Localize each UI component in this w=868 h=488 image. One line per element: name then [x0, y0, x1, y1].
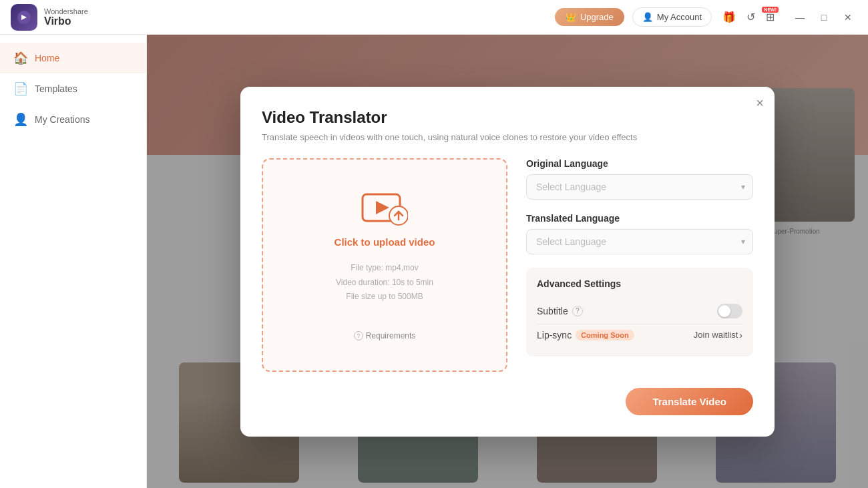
- video-duration-info: Video duration: 10s to 5min: [336, 276, 433, 290]
- brand-name: Wondershare: [44, 7, 88, 15]
- settings-panel: Original Language Select Language ▾: [526, 158, 753, 372]
- translated-language-select[interactable]: Select Language: [526, 229, 753, 254]
- upload-area[interactable]: Click to upload video File type: mp4,mov…: [262, 158, 507, 372]
- close-button[interactable]: ✕: [839, 8, 857, 27]
- sidebar-item-label: Templates: [35, 83, 77, 94]
- join-waitlist-chevron: ›: [739, 330, 742, 340]
- lip-sync-label: Lip-sync Coming Soon: [537, 330, 634, 340]
- upgrade-crown-icon: 👑: [566, 12, 576, 22]
- modal-header: Video Translator Translate speech in vid…: [262, 108, 753, 142]
- modal-subtitle: Translate speech in videos with one touc…: [262, 132, 753, 142]
- templates-icon: 📄: [13, 81, 28, 96]
- modal-footer: Translate Video: [262, 388, 753, 415]
- my-creations-icon: 👤: [13, 112, 28, 127]
- main-content: 🏠 Home 📄 Templates 👤 My Creations: [0, 35, 868, 488]
- subtitle-toggle[interactable]: [717, 304, 742, 318]
- upload-click-label: Click to upload video: [335, 236, 435, 248]
- gift-icon: 🎁: [722, 11, 736, 23]
- grid-icon-button[interactable]: ⊞ NEW!: [763, 8, 777, 26]
- question-circle-icon: ?: [354, 331, 363, 340]
- svg-marker-2: [376, 201, 389, 214]
- file-type-info: File type: mp4,mov: [336, 261, 433, 276]
- logo-icon: [11, 4, 37, 31]
- translated-language-group: Translated Language Select Language ▾: [526, 213, 753, 254]
- original-language-select[interactable]: Select Language: [526, 174, 753, 200]
- subtitle-info-icon[interactable]: ?: [572, 306, 583, 316]
- content-area: Transparent Background 📷 🖼 🧑 Super-Promo…: [147, 35, 868, 488]
- coming-soon-badge: Coming Soon: [576, 330, 634, 340]
- logo-text: Wondershare Virbo: [44, 7, 88, 27]
- title-bar-icons: 🎁 ↺ ⊞ NEW!: [720, 8, 777, 26]
- sidebar-item-label: My Creations: [35, 114, 89, 125]
- translated-language-select-wrapper: Select Language ▾: [526, 229, 753, 254]
- sidebar: 🏠 Home 📄 Templates 👤 My Creations: [0, 35, 147, 488]
- modal-body: Click to upload video File type: mp4,mov…: [262, 158, 753, 372]
- modal-overlay: × Video Translator Translate speech in v…: [147, 35, 868, 488]
- refresh-icon-button[interactable]: ↺: [744, 8, 758, 26]
- title-bar-actions: 👑 Upgrade 👤 My Account 🎁 ↺ ⊞ NEW!: [555, 7, 857, 27]
- account-icon: 👤: [642, 12, 653, 22]
- sidebar-item-my-creations[interactable]: 👤 My Creations: [0, 104, 146, 135]
- modal-title: Video Translator: [262, 108, 753, 127]
- advanced-settings-panel: Advanced Settings Subtitle ?: [526, 268, 753, 356]
- minimize-button[interactable]: —: [791, 8, 809, 27]
- lip-sync-setting-row: Lip-sync Coming Soon Join waitlist ›: [537, 324, 742, 346]
- sidebar-item-label: Home: [35, 53, 59, 63]
- app-window: Wondershare Virbo 👑 Upgrade 👤 My Account…: [0, 0, 868, 488]
- app-logo: Wondershare Virbo: [11, 4, 88, 31]
- file-size-info: File size up to 500MB: [336, 290, 433, 304]
- grid-icon: ⊞: [766, 11, 775, 23]
- advanced-settings-title: Advanced Settings: [537, 278, 742, 289]
- join-waitlist-link[interactable]: Join waitlist ›: [694, 330, 742, 340]
- translate-video-button[interactable]: Translate Video: [626, 388, 753, 415]
- upload-info: File type: mp4,mov Video duration: 10s t…: [336, 261, 433, 304]
- new-badge: NEW!: [762, 7, 779, 13]
- toggle-knob: [718, 305, 730, 317]
- subtitle-setting-row: Subtitle ?: [537, 298, 742, 324]
- modal-dialog: × Video Translator Translate speech in v…: [240, 87, 775, 437]
- app-name: Virbo: [44, 15, 88, 27]
- original-language-select-wrapper: Select Language ▾: [526, 174, 753, 200]
- sidebar-item-home[interactable]: 🏠 Home: [0, 43, 146, 73]
- refresh-icon: ↺: [746, 11, 755, 23]
- maximize-button[interactable]: □: [815, 8, 833, 27]
- original-language-group: Original Language Select Language ▾: [526, 158, 753, 200]
- requirements-link[interactable]: ? Requirements: [354, 331, 416, 340]
- gift-icon-button[interactable]: 🎁: [720, 8, 738, 26]
- home-icon: 🏠: [13, 51, 28, 65]
- my-account-button[interactable]: 👤 My Account: [632, 7, 712, 27]
- modal-close-button[interactable]: ×: [756, 96, 764, 109]
- translated-language-label: Translated Language: [526, 213, 753, 224]
- title-bar: Wondershare Virbo 👑 Upgrade 👤 My Account…: [0, 0, 868, 35]
- window-controls: — □ ✕: [791, 8, 857, 27]
- original-language-label: Original Language: [526, 158, 753, 169]
- subtitle-label: Subtitle ?: [537, 306, 583, 316]
- sidebar-item-templates[interactable]: 📄 Templates: [0, 73, 146, 104]
- upload-video-icon: [361, 189, 408, 226]
- upgrade-button[interactable]: 👑 Upgrade: [555, 8, 624, 26]
